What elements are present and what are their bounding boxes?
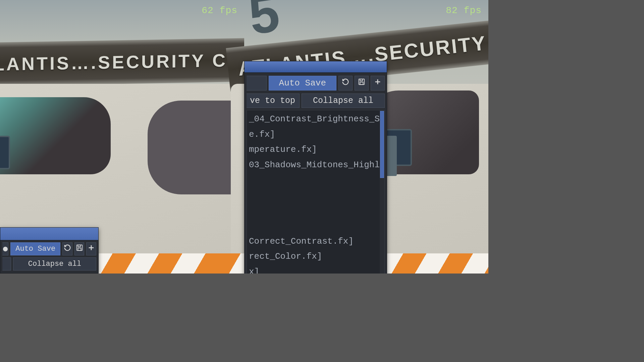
collapse-all-button[interactable]: Collapse all: [302, 94, 385, 108]
save-button[interactable]: [74, 242, 85, 255]
undo-button[interactable]: [338, 76, 353, 90]
reshade-panel-large[interactable]: Auto Save ve to top Collapse all _04_Con…: [244, 61, 387, 274]
fx-line[interactable]: mperature.fx]: [249, 142, 384, 158]
plus-icon: [88, 244, 95, 254]
fx-line[interactable]: x]: [249, 264, 384, 274]
preset-radio-partial[interactable]: [2, 242, 8, 255]
fx-line[interactable]: _04_Contrast_Brightness_Saturatio: [249, 112, 384, 127]
ship-window: [148, 101, 241, 194]
preset-field-partial[interactable]: [247, 76, 267, 90]
svg-rect-3: [360, 82, 363, 84]
fx-line[interactable]: Correct_Contrast.fx]: [249, 234, 384, 249]
fps-counter: 82 fps: [446, 5, 482, 16]
right-comparison-pane: 5 ATLANTIS….SECURITY 82 fps Auto Save: [244, 0, 488, 274]
auto-save-button[interactable]: Auto Save: [269, 76, 336, 90]
save-button[interactable]: [355, 76, 369, 90]
save-icon: [358, 78, 365, 88]
monitor-prop: [0, 136, 10, 169]
fx-line[interactable]: [249, 188, 384, 203]
plus-icon: [374, 78, 381, 88]
sign-strip: LANTIS….SECURITY CHECKP: [0, 38, 261, 86]
undo-icon: [64, 244, 71, 254]
effects-list[interactable]: _04_Contrast_Brightness_Saturatio e.fx] …: [247, 110, 385, 274]
scrollbar-thumb[interactable]: [380, 111, 384, 178]
undo-icon: [342, 78, 349, 88]
reshade-panel-small[interactable]: Auto Save Collapse all: [0, 227, 99, 274]
sign-text: LANTIS….SECURITY CHECKP: [0, 49, 261, 75]
save-icon: [76, 244, 83, 254]
collapse-all-button[interactable]: Collapse all: [13, 257, 96, 270]
move-to-top-partial[interactable]: [2, 257, 11, 270]
auto-save-button[interactable]: Auto Save: [10, 242, 60, 255]
panel-titlebar[interactable]: [245, 61, 387, 73]
fps-counter: 62 fps: [202, 5, 237, 16]
undo-button[interactable]: [62, 242, 72, 255]
add-button[interactable]: [371, 76, 385, 90]
fx-line[interactable]: e.fx]: [249, 127, 384, 142]
svg-rect-1: [78, 248, 81, 250]
panel-titlebar[interactable]: [0, 228, 98, 240]
fx-line[interactable]: [249, 173, 384, 188]
fx-line[interactable]: [249, 203, 384, 219]
fx-line[interactable]: rect_Color.fx]: [249, 249, 384, 264]
fx-line[interactable]: [249, 219, 384, 234]
left-comparison-pane: LANTIS….SECURITY CHECKP 62 fps Auto Save: [0, 0, 244, 274]
add-button[interactable]: [86, 242, 96, 255]
scrollbar-track[interactable]: [380, 110, 384, 274]
move-to-top-button-partial[interactable]: ve to top: [247, 94, 300, 108]
fx-line[interactable]: 03_Shadows_Midtones_Highlights.fx: [249, 158, 384, 173]
large-numeral: 5: [245, 0, 283, 47]
ship-window: [0, 97, 111, 174]
